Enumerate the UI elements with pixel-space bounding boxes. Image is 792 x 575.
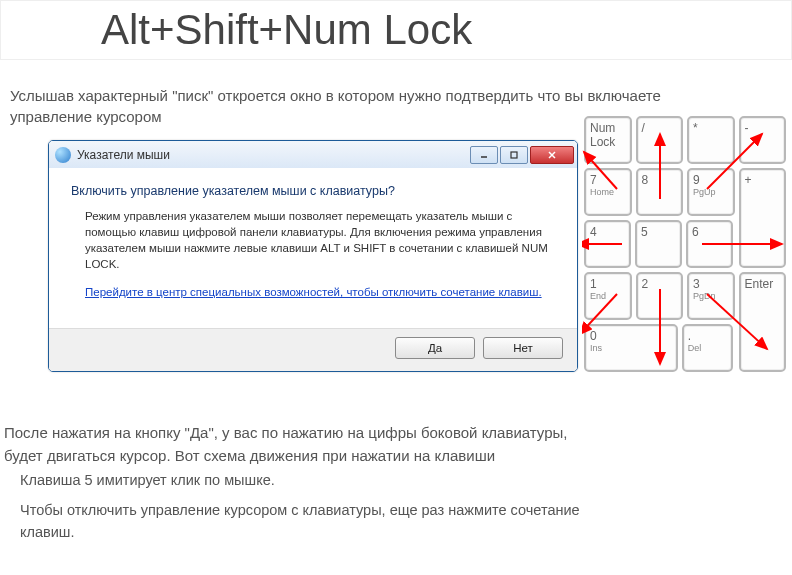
maximize-button[interactable] bbox=[500, 146, 528, 164]
key-9: 9PgUp bbox=[687, 168, 735, 216]
ease-of-access-link[interactable]: Перейдите в центр специальных возможност… bbox=[71, 284, 555, 300]
key-numlock: Num Lock bbox=[584, 116, 632, 164]
mouse-pointers-dialog: Указатели мыши Включить управление указа… bbox=[48, 140, 578, 372]
key-2: 2 bbox=[636, 272, 684, 320]
dialog-description: Режим управления указателем мыши позволя… bbox=[71, 208, 555, 272]
dialog-title: Указатели мыши bbox=[77, 148, 170, 162]
no-button[interactable]: Нет bbox=[483, 337, 563, 359]
key-6: 6 bbox=[686, 220, 733, 268]
key-5: 5 bbox=[635, 220, 682, 268]
key-1: 1End bbox=[584, 272, 632, 320]
key-dot: .Del bbox=[682, 324, 733, 372]
svg-rect-1 bbox=[511, 152, 517, 158]
yes-button[interactable]: Да bbox=[395, 337, 475, 359]
key-0: 0Ins bbox=[584, 324, 678, 372]
mouse-icon bbox=[55, 147, 71, 163]
key-slash: / bbox=[636, 116, 684, 164]
key-star: * bbox=[687, 116, 735, 164]
disable-text: Чтобы отключить управление курсором с кл… bbox=[20, 500, 580, 544]
close-button[interactable] bbox=[530, 146, 574, 164]
page-title: Alt+Shift+Num Lock bbox=[0, 0, 792, 60]
key-7: 7Home bbox=[584, 168, 632, 216]
key-minus: - bbox=[739, 116, 787, 164]
key-8: 8 bbox=[636, 168, 684, 216]
numpad-diagram: Num Lock / * - 7Home 8 9PgUp + 4 5 6 1En… bbox=[582, 114, 788, 374]
minimize-button[interactable] bbox=[470, 146, 498, 164]
key-4: 4 bbox=[584, 220, 631, 268]
key5-text: Клавиша 5 имитирует клик по мышке. bbox=[20, 472, 275, 488]
key-3: 3PgDn bbox=[687, 272, 735, 320]
dialog-titlebar: Указатели мыши bbox=[49, 141, 577, 168]
dialog-question: Включить управление указателем мыши с кл… bbox=[71, 184, 555, 198]
key-plus: + bbox=[739, 168, 787, 268]
after-text: После нажатия на кнопку "Да", у вас по н… bbox=[4, 422, 584, 467]
key-enter: Enter bbox=[739, 272, 787, 372]
